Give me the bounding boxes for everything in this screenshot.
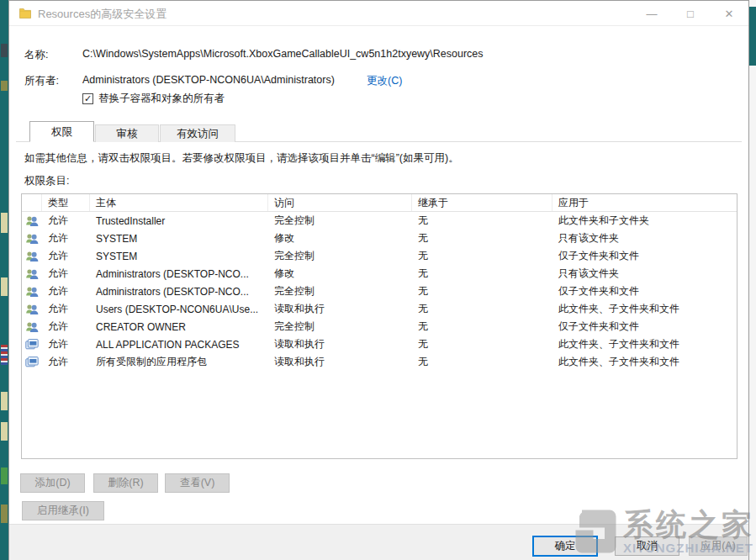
add-button[interactable]: 添加(D) — [20, 473, 85, 493]
column-header-applies-to[interactable]: 应用于 — [552, 194, 737, 211]
change-owner-link[interactable]: 更改(C) — [367, 74, 402, 88]
desktop-edge-right — [749, 7, 756, 66]
desktop-background: Resources的高级安全设置 — □ ✕ 名称: C:\Windows\Sy… — [0, 0, 756, 560]
cancel-button[interactable]: 取消 — [615, 536, 679, 556]
folder-icon — [19, 7, 32, 20]
app-package-icon — [25, 338, 39, 351]
table-row[interactable]: 允许 所有受限制的应用程序包 读取和执行 无 此文件夹、子文件夹和文件 — [22, 353, 737, 371]
column-header-principal[interactable]: 主体 — [90, 194, 268, 211]
apply-button[interactable]: 应用(A) — [689, 536, 748, 556]
replace-owner-checkbox[interactable]: ✓ — [82, 93, 93, 104]
table-row[interactable]: 允许 SYSTEM 修改 无 只有该文件夹 — [22, 230, 737, 247]
replace-owner-label: 替换子容器和对象的所有者 — [98, 92, 225, 106]
table-row[interactable]: 允许 Administrators (DESKTOP-NCO... 完全控制 无… — [22, 283, 737, 300]
name-label: 名称: — [24, 48, 48, 62]
advanced-security-settings-dialog: Resources的高级安全设置 — □ ✕ 名称: C:\Windows\Sy… — [8, 0, 749, 560]
permissions-table: 类型 主体 访问 继承于 应用于 允许 TrustedInstaller 完全控… — [21, 193, 737, 459]
table-header: 类型 主体 访问 继承于 应用于 — [22, 194, 737, 212]
desktop-icon-fragment — [1, 81, 8, 91]
ok-button[interactable]: 确定 — [532, 536, 598, 557]
enable-inheritance-button[interactable]: 启用继承(I) — [22, 501, 104, 520]
footer-bar: 确定 取消 应用(A) — [9, 524, 748, 560]
users-icon — [25, 232, 39, 246]
desktop-icon-fragment — [1, 422, 8, 441]
desktop-icon-fragment — [1, 392, 8, 410]
table-row[interactable]: 允许 Administrators (DESKTOP-NCO... 修改 无 只… — [22, 265, 737, 283]
column-header-access[interactable]: 访问 — [268, 194, 412, 211]
name-value: C:\Windows\SystemApps\Microsoft.XboxGame… — [82, 48, 484, 60]
icon-column-header — [22, 194, 42, 211]
desktop-icon-fragment — [1, 468, 8, 484]
desktop-icon-fragment — [1, 213, 8, 233]
app-package-icon — [25, 356, 39, 369]
owner-label: 所有者: — [24, 74, 59, 88]
window-title: Resources的高级安全设置 — [38, 7, 167, 22]
table-row[interactable]: 允许 TrustedInstaller 完全控制 无 此文件夹和子文件夹 — [22, 212, 737, 230]
column-header-inherited-from[interactable]: 继承于 — [412, 194, 552, 211]
table-row[interactable]: 允许 ALL APPLICATION PACKAGES 读取和执行 无 此文件夹… — [22, 335, 737, 353]
instruction-text: 如需其他信息，请双击权限项目。若要修改权限项目，请选择该项目并单击“编辑”(如果… — [24, 151, 459, 166]
desktop-icon-fragment — [1, 505, 8, 523]
desktop-icon-fragment — [1, 277, 8, 296]
users-icon — [25, 285, 39, 298]
column-header-type[interactable]: 类型 — [42, 194, 90, 211]
users-icon — [25, 250, 39, 263]
users-icon — [25, 214, 39, 228]
tab-audit[interactable]: 审核 — [95, 124, 159, 142]
users-icon — [25, 267, 39, 281]
tab-effective-access[interactable]: 有效访问 — [160, 124, 235, 142]
users-icon — [25, 320, 39, 334]
tab-permissions[interactable]: 权限 — [29, 121, 94, 142]
desktop-icon-fragment — [1, 44, 8, 57]
table-row[interactable]: 允许 CREATOR OWNER 完全控制 无 仅子文件夹和文件 — [22, 318, 737, 335]
entries-label: 权限条目: — [24, 174, 69, 188]
minimize-button[interactable]: — — [632, 1, 671, 26]
desktop-edge-left — [0, 0, 8, 560]
users-icon — [25, 303, 39, 316]
owner-value: Administrators (DESKTOP-NCON6UA\Administ… — [82, 74, 335, 86]
desktop-icon-fragment — [1, 345, 8, 365]
close-button[interactable]: ✕ — [710, 1, 748, 26]
titlebar: Resources的高级安全设置 — □ ✕ — [9, 1, 748, 26]
table-row[interactable]: 允许 Users (DESKTOP-NCON6UA\Use... 读取和执行 无… — [22, 300, 737, 318]
maximize-button[interactable]: □ — [671, 1, 710, 26]
table-row[interactable]: 允许 SYSTEM 完全控制 无 仅子文件夹和文件 — [22, 247, 737, 265]
remove-button[interactable]: 删除(R) — [93, 473, 158, 493]
view-button[interactable]: 查看(V) — [165, 473, 230, 493]
